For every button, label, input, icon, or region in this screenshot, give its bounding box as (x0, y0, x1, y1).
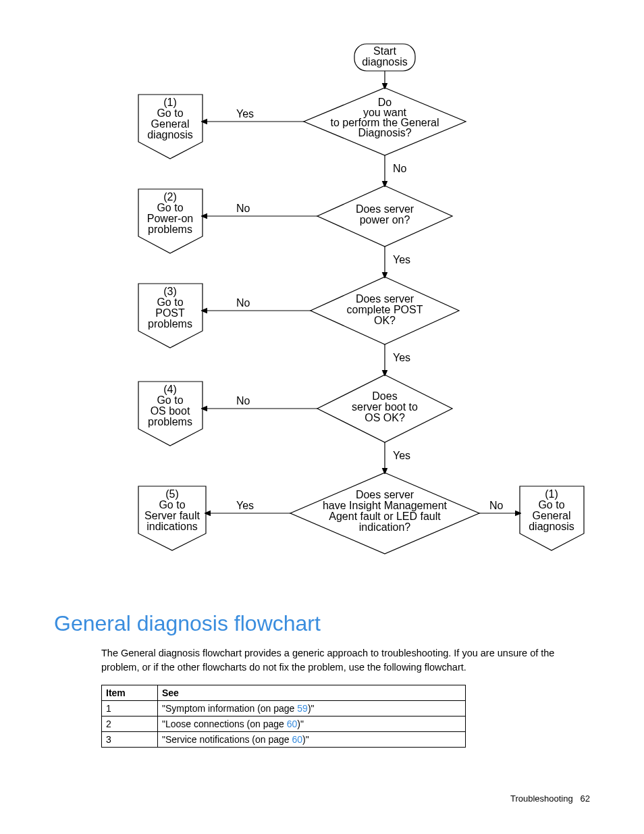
svg-text:indication?: indication? (359, 521, 411, 533)
svg-text:Yes: Yes (236, 108, 254, 120)
table-row: 3 "Service notifications (on page 60)" (102, 731, 466, 747)
svg-text:General: General (151, 118, 190, 130)
svg-text:Go to: Go to (538, 499, 564, 511)
table-row: 1 "Symptom information (on page 59)" (102, 700, 466, 716)
svg-text:No: No (236, 203, 250, 214)
svg-text:Does: Does (372, 390, 397, 402)
th-see: See (158, 685, 466, 700)
svg-text:diagnosis: diagnosis (147, 129, 193, 140)
svg-text:Go to: Go to (157, 296, 183, 308)
section-heading: General diagnosis flowchart (54, 611, 590, 636)
svg-text:Go to: Go to (159, 499, 185, 511)
svg-text:Server fault: Server fault (144, 510, 200, 521)
reference-table: Item See 1 "Symptom information (on page… (101, 685, 466, 748)
svg-text:(2): (2) (163, 191, 177, 203)
svg-text:(3): (3) (163, 286, 177, 297)
th-item: Item (102, 685, 158, 700)
svg-text:Power-on: Power-on (147, 213, 193, 224)
svg-text:Does server: Does server (356, 489, 414, 500)
svg-text:complete POST: complete POST (347, 304, 423, 315)
svg-text:have Insight Management: have Insight Management (323, 500, 448, 511)
svg-text:(5): (5) (165, 488, 179, 500)
svg-text:diagnosis: diagnosis (529, 521, 574, 532)
svg-text:No: No (236, 297, 250, 309)
start-l1: Start (373, 45, 396, 57)
svg-text:Yes: Yes (393, 254, 410, 265)
svg-text:No: No (236, 395, 250, 407)
section-paragraph: The General diagnosis flowchart provides… (101, 646, 590, 675)
svg-text:Go to: Go to (157, 394, 183, 406)
svg-text:Go to: Go to (157, 202, 183, 213)
svg-text:server boot to: server boot to (352, 401, 418, 413)
svg-text:Yes: Yes (236, 500, 254, 511)
svg-text:Agent fault or LED fault: Agent fault or LED fault (329, 511, 441, 522)
svg-text:power on?: power on? (360, 214, 410, 226)
table-row: 2 "Loose connections (on page 60)" (102, 716, 466, 731)
svg-text:indications: indications (146, 521, 198, 532)
svg-text:Yes: Yes (393, 352, 410, 363)
svg-text:(4): (4) (163, 384, 177, 395)
page-link[interactable]: 60 (292, 734, 303, 745)
svg-text:(1): (1) (163, 97, 177, 108)
svg-text:OS boot: OS boot (151, 405, 190, 417)
svg-text:POST: POST (155, 307, 185, 319)
svg-text:OS OK?: OS OK? (365, 412, 405, 423)
svg-text:problems: problems (148, 318, 192, 330)
page-link[interactable]: 60 (287, 719, 298, 729)
svg-text:General: General (533, 510, 571, 521)
svg-text:No: No (489, 500, 504, 511)
page-link[interactable]: 59 (297, 703, 308, 714)
svg-text:Does server: Does server (356, 203, 414, 215)
start-l2: diagnosis (362, 56, 408, 68)
svg-text:(1): (1) (545, 488, 558, 500)
svg-text:problems: problems (148, 224, 192, 235)
svg-text:Yes: Yes (393, 450, 410, 461)
page-footer: Troubleshooting 62 (510, 793, 590, 804)
diagnosis-flowchart: Start diagnosis Do you want to perform t… (101, 41, 594, 594)
svg-text:Does server: Does server (356, 293, 414, 305)
svg-text:No: No (393, 163, 407, 174)
svg-text:problems: problems (148, 416, 192, 427)
svg-text:OK?: OK? (374, 315, 396, 326)
svg-text:Diagnosis?: Diagnosis? (358, 127, 411, 138)
svg-text:Go to: Go to (157, 107, 183, 119)
